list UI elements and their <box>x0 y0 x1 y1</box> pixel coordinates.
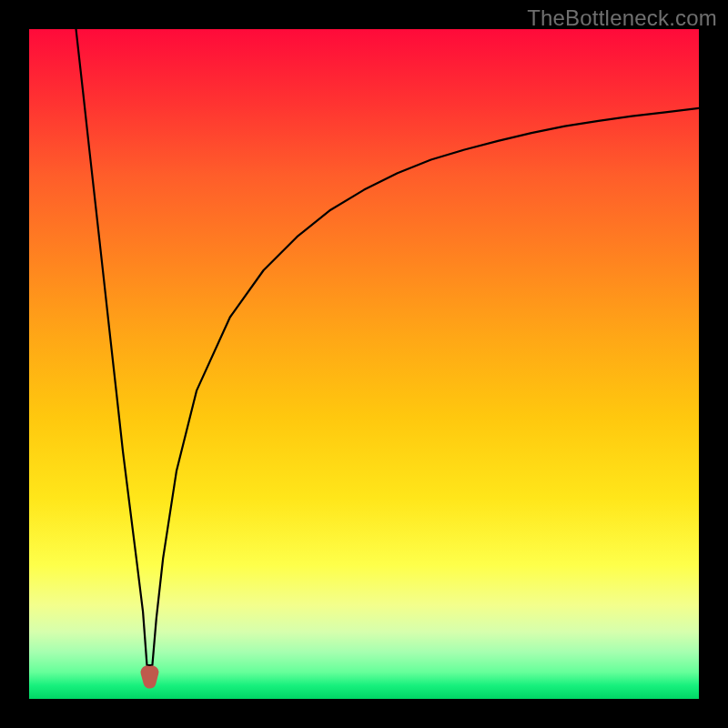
notch-marker <box>147 672 153 682</box>
curve-path <box>76 29 700 665</box>
bottleneck-curve <box>29 29 699 699</box>
watermark-text: TheBottleneck.com <box>527 5 717 31</box>
chart-plot-area <box>29 29 699 699</box>
frame: TheBottleneck.com <box>0 0 728 728</box>
